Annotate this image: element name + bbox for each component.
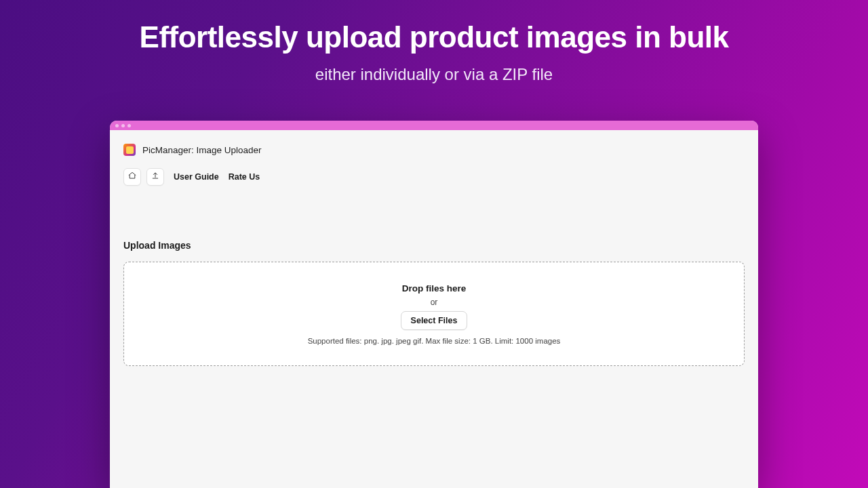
dropzone-hint: Supported files: png. jpg. jpeg gif. Max…: [308, 337, 561, 345]
app-window: PicManager: Image Uploader User Guide Ra…: [110, 121, 758, 488]
app-title: PicManager: Image Uploader: [142, 145, 262, 155]
upload-icon: [151, 171, 160, 183]
file-dropzone[interactable]: Drop files here or Select Files Supporte…: [123, 262, 745, 366]
app-logo-icon: [123, 144, 136, 156]
upload-button[interactable]: [146, 168, 164, 186]
app-body: PicManager: Image Uploader User Guide Ra…: [110, 130, 758, 380]
traffic-light-close-icon[interactable]: [115, 124, 119, 127]
home-icon: [127, 171, 137, 183]
rate-us-link[interactable]: Rate Us: [229, 172, 260, 182]
toolbar: User Guide Rate Us: [123, 168, 745, 186]
dropzone-label: Drop files here: [402, 283, 467, 293]
promo-subtitle: either individually or via a ZIP file: [0, 65, 868, 84]
home-button[interactable]: [123, 168, 141, 186]
promo-title: Effortlessly upload product images in bu…: [0, 20, 868, 54]
promo-hero: Effortlessly upload product images in bu…: [0, 0, 868, 84]
app-header: PicManager: Image Uploader: [123, 144, 745, 156]
traffic-light-zoom-icon[interactable]: [127, 124, 131, 127]
select-files-button[interactable]: Select Files: [401, 311, 468, 330]
dropzone-or: or: [431, 298, 438, 307]
upload-section-title: Upload Images: [123, 240, 745, 251]
user-guide-link[interactable]: User Guide: [174, 172, 219, 182]
traffic-light-minimize-icon[interactable]: [121, 124, 125, 127]
window-titlebar: [110, 121, 758, 130]
